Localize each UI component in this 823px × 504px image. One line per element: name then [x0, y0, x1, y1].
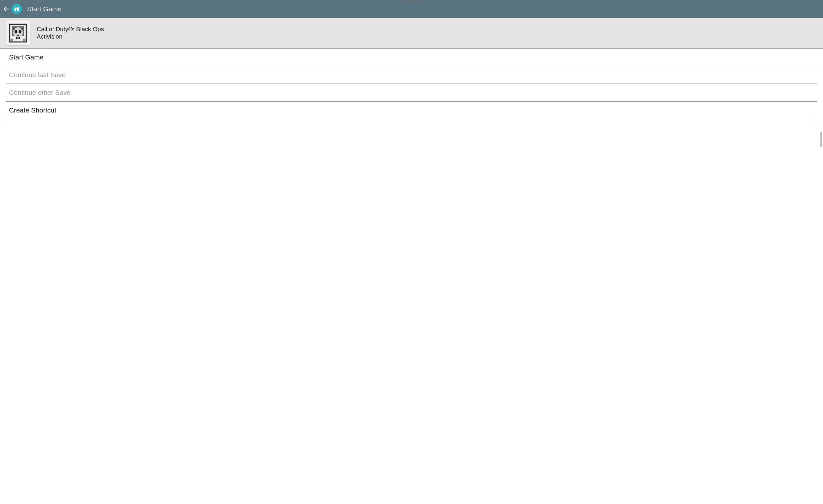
game-thumbnail: [6, 21, 30, 45]
svg-rect-11: [21, 28, 23, 30]
svg-rect-13: [23, 38, 26, 41]
svg-rect-12: [11, 38, 13, 41]
disk-icon: [14, 6, 20, 12]
menu-list: Start Game Continue last Save Continue o…: [0, 48, 823, 119]
app-icon-button[interactable]: [12, 4, 22, 14]
app-header: Start Game: [0, 0, 823, 18]
game-skull-icon: [7, 22, 29, 44]
menu-item-create-shortcut[interactable]: Create Shortcut: [6, 102, 817, 119]
back-button[interactable]: [3, 5, 10, 13]
menu-item-start-game[interactable]: Start Game: [6, 48, 817, 66]
game-text-block: Call of Duty®: Black Ops Activision: [37, 26, 104, 40]
menu-item-continue-other-save: Continue other Save: [6, 84, 817, 102]
notch-indicator: [402, 0, 421, 2]
svg-rect-10: [13, 28, 14, 30]
game-info-bar: Call of Duty®: Black Ops Activision: [0, 18, 823, 48]
svg-point-6: [19, 30, 21, 33]
svg-rect-8: [17, 37, 18, 39]
svg-rect-9: [19, 37, 20, 39]
page-title: Start Game: [27, 5, 61, 13]
menu-item-continue-last-save: Continue last Save: [6, 66, 817, 84]
game-title: Call of Duty®: Black Ops: [37, 26, 104, 33]
back-arrow-icon: [3, 5, 10, 13]
game-publisher: Activision: [37, 33, 104, 40]
svg-rect-7: [16, 37, 17, 39]
svg-point-5: [14, 30, 17, 33]
